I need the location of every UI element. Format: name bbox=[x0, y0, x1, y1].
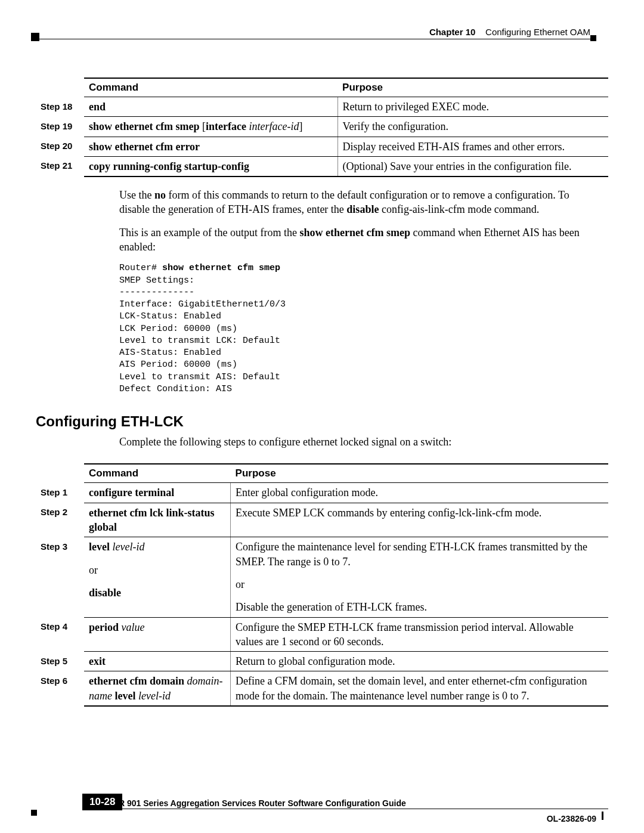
chapter-title: Configuring Ethernet OAM bbox=[485, 27, 590, 37]
col-command: Command bbox=[84, 78, 338, 97]
step-label: Step 3 bbox=[36, 537, 84, 617]
command-cell: show ethernet cfm error bbox=[84, 137, 338, 156]
page-footer: Cisco ASR 901 Series Aggregation Service… bbox=[36, 798, 608, 809]
footer-marker bbox=[31, 810, 37, 816]
command-cell: copy running-config startup-config bbox=[84, 156, 338, 176]
step-label: Step 1 bbox=[36, 483, 84, 503]
chapter-label: Chapter 10 bbox=[429, 27, 476, 37]
running-header: Chapter 10 Configuring Ethernet OAM bbox=[429, 27, 590, 37]
purpose-cell: (Optional) Save your entries in the conf… bbox=[338, 156, 608, 176]
command-cell: show ethernet cfm smep [interface interf… bbox=[84, 117, 338, 137]
purpose-cell: Define a CFM domain, set the domain leve… bbox=[231, 671, 608, 706]
header-marker-left bbox=[31, 33, 39, 41]
steps-table-2: Command Purpose Step 1configure terminal… bbox=[36, 463, 608, 707]
step-label: Step 19 bbox=[36, 117, 84, 137]
purpose-cell: Display received ETH-AIS frames and othe… bbox=[338, 137, 608, 156]
command-cell: period value bbox=[84, 617, 231, 652]
paragraph-2: This is an example of the output from th… bbox=[119, 225, 608, 255]
command-cell: exit bbox=[84, 652, 231, 671]
step-label: Step 5 bbox=[36, 652, 84, 671]
section-intro: Complete the following steps to configur… bbox=[119, 435, 608, 449]
section-heading: Configuring ETH-LCK bbox=[36, 413, 608, 430]
header-rule bbox=[36, 39, 593, 39]
doc-id: OL-23826-09 bbox=[547, 814, 596, 823]
purpose-cell: Verify the configuration. bbox=[338, 117, 608, 137]
command-cell: ethernet cfm domain domain-name level le… bbox=[84, 671, 231, 706]
paragraph-1: Use the no form of this commands to retu… bbox=[119, 188, 608, 217]
col-purpose: Purpose bbox=[338, 78, 608, 97]
col-purpose-2: Purpose bbox=[231, 464, 608, 483]
purpose-cell: Configure the SMEP ETH-LCK frame transmi… bbox=[231, 617, 608, 652]
step-label: Step 20 bbox=[36, 137, 84, 156]
step-label: Step 21 bbox=[36, 156, 84, 176]
command-cell: configure terminal bbox=[84, 483, 231, 503]
header-marker-right bbox=[590, 35, 596, 41]
command-cell: level level-idordisable bbox=[84, 537, 231, 617]
purpose-cell: Enter global configuration mode. bbox=[231, 483, 608, 503]
code-block: Router# show ethernet cfm smep SMEP Sett… bbox=[119, 262, 608, 395]
page-number: 10-28 bbox=[82, 794, 122, 810]
step-label: Step 6 bbox=[36, 671, 84, 706]
purpose-cell: Execute SMEP LCK commands by entering co… bbox=[231, 503, 608, 537]
step-label: Step 4 bbox=[36, 617, 84, 652]
step-label: Step 2 bbox=[36, 503, 84, 537]
command-cell: end bbox=[84, 97, 338, 117]
purpose-cell: Configure the maintenance level for send… bbox=[231, 537, 608, 617]
steps-table-1: Command Purpose Step 18endReturn to priv… bbox=[36, 78, 608, 177]
step-label: Step 18 bbox=[36, 97, 84, 117]
purpose-cell: Return to global configuration mode. bbox=[231, 652, 608, 671]
purpose-cell: Return to privileged EXEC mode. bbox=[338, 97, 608, 117]
command-cell: ethernet cfm lck link-status global bbox=[84, 503, 231, 537]
footer-tick bbox=[602, 812, 603, 820]
col-command-2: Command bbox=[84, 464, 231, 483]
